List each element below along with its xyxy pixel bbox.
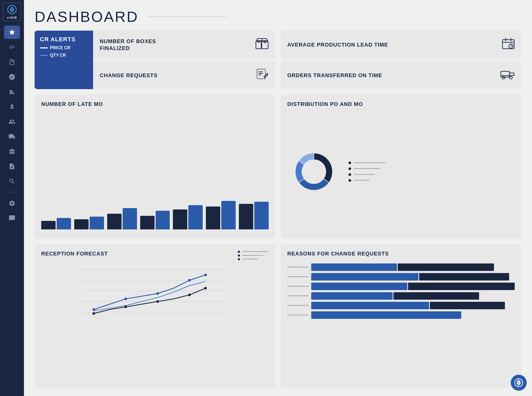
h-bar-row-1	[287, 273, 515, 280]
legend-item-3	[238, 258, 269, 260]
sidebar-item-document[interactable]	[4, 160, 20, 173]
bar-blue-5	[221, 201, 236, 229]
price-line	[40, 47, 48, 48]
bar-blue-0	[57, 218, 71, 229]
donut-dot-3	[348, 173, 351, 176]
metric-card-boxes[interactable]: NUMBER OF BOXES FINALIZED	[93, 31, 275, 59]
prod-lead-label: AVERAGE PRODUCTION LEAD TIME	[287, 41, 388, 48]
bar-dark-2	[107, 214, 122, 229]
bar-dark-3	[140, 216, 155, 229]
bar-group-2	[107, 208, 137, 229]
h-bar-label-4	[287, 305, 309, 306]
h-bar-track-5	[311, 311, 515, 319]
main-content: DASHBOARD CR ALERTS PRICE CR QTY CR NUMB…	[24, 0, 532, 396]
svg-point-31	[124, 298, 127, 300]
h-bar-blue-5	[311, 311, 461, 319]
h-bar-dark-0	[398, 263, 494, 271]
h-bar-chart	[287, 261, 515, 382]
svg-point-33	[188, 279, 191, 282]
svg-point-2	[11, 104, 13, 107]
donut-line-3	[354, 174, 375, 175]
metric-card-orders-time[interactable]: ORDERS TRANSFERRED ON TIME	[281, 61, 521, 89]
donut-legend	[348, 162, 386, 182]
svg-point-22	[502, 76, 505, 79]
h-bar-label-3	[287, 295, 309, 296]
svg-point-23	[510, 76, 512, 79]
svg-point-39	[204, 287, 207, 290]
svg-rect-21	[501, 71, 509, 77]
page-title: DASHBOARD	[35, 8, 139, 25]
metric-card-prod-lead[interactable]: AVERAGE PRODUCTION LEAD TIME	[281, 31, 521, 59]
cr-alerts-title: CR ALERTS	[40, 36, 88, 43]
donut-legend-4	[348, 179, 386, 182]
bar-group-1	[74, 217, 104, 229]
metric-cr-label: CHANGE REQUESTS	[100, 72, 157, 79]
donut-dot-4	[348, 179, 351, 182]
distribution-title: DISTRIBUTION PO AND MO	[287, 101, 515, 107]
bar-dark-4	[173, 209, 187, 229]
bar-dark-5	[206, 207, 220, 229]
donut-legend-3	[348, 173, 386, 176]
sidebar-item-settings[interactable]	[4, 197, 20, 210]
h-bar-blue-1	[311, 273, 418, 280]
h-bar-dark-4	[430, 302, 505, 309]
bar-group-5	[206, 201, 236, 229]
donut-chart	[287, 145, 340, 198]
svg-point-36	[124, 306, 127, 308]
donut-segment-1	[299, 179, 329, 190]
legend-text-2	[242, 255, 263, 256]
bar-dark-1	[74, 219, 89, 229]
calendar-icon	[502, 38, 515, 52]
metric-card-change-requests[interactable]: CHANGE REQUESTS	[93, 61, 275, 89]
bottom-charts-row: RECEPTION FORECAST	[35, 244, 521, 388]
svg-point-35	[93, 312, 95, 315]
donut-line-2	[354, 168, 380, 169]
distribution-chart-card: DISTRIBUTION PO AND MO	[281, 94, 521, 239]
donut-dot-1	[348, 162, 351, 164]
top-widgets: CR ALERTS PRICE CR QTY CR NUMBER OF BOXE…	[35, 31, 521, 89]
h-bar-row-0	[287, 263, 515, 271]
metric-boxes-label: NUMBER OF BOXES FINALIZED	[100, 38, 164, 52]
sidebar-item-person[interactable]	[4, 115, 20, 128]
qty-cr-label: QTY CR	[50, 53, 66, 58]
h-bar-blue-0	[311, 263, 397, 271]
sidebar-item-favorites[interactable]	[4, 26, 20, 39]
sidebar-item-chat[interactable]	[4, 212, 20, 225]
h-bar-dark-3	[393, 292, 479, 300]
late-mo-chart-card: NUMBER OF LATE MO	[35, 94, 275, 239]
legend-dot-3	[238, 258, 240, 260]
line-chart-svg	[41, 264, 269, 323]
sidebar-item-check[interactable]	[4, 70, 20, 84]
legend-item-1	[238, 251, 269, 253]
qty-line	[40, 55, 48, 56]
donut-legend-1	[348, 162, 386, 164]
donut-dot-2	[348, 167, 351, 170]
sidebar-item-tools[interactable]	[4, 175, 20, 188]
cr-right-cards: NUMBER OF BOXES FINALIZED	[93, 31, 275, 89]
bar-blue-6	[254, 202, 269, 229]
right-top-widgets: AVERAGE PRODUCTION LEAD TIME ORDERS TRAN…	[281, 31, 521, 89]
h-bar-label-5	[287, 315, 309, 315]
bar-blue-3	[156, 211, 170, 229]
bar-group-0	[41, 218, 71, 229]
sidebar-item-analytics[interactable]	[4, 85, 20, 98]
sidebar-item-warehouse[interactable]	[4, 145, 20, 158]
reception-header: RECEPTION FORECAST	[41, 251, 269, 260]
cr-alerts-box: CR ALERTS PRICE CR QTY CR	[35, 31, 93, 89]
h-bar-blue-3	[311, 292, 393, 300]
sidebar-item-handshake[interactable]	[4, 40, 20, 54]
sidebar-item-badge[interactable]	[4, 100, 20, 113]
h-bar-row-4	[287, 302, 515, 309]
legend-text-3	[242, 259, 258, 259]
late-mo-title: NUMBER OF LATE MO	[41, 101, 269, 107]
svg-point-34	[204, 274, 207, 276]
h-bar-row-3	[287, 292, 515, 300]
legend-dot-1	[238, 251, 240, 253]
bottom-logo	[511, 375, 527, 391]
sidebar-item-report[interactable]	[4, 55, 20, 69]
h-bar-track-4	[311, 302, 515, 309]
svg-point-30	[93, 308, 95, 311]
h-bar-row-5	[287, 311, 515, 319]
logo-text: e-SCM	[7, 16, 17, 19]
sidebar-item-truck[interactable]	[4, 130, 20, 143]
